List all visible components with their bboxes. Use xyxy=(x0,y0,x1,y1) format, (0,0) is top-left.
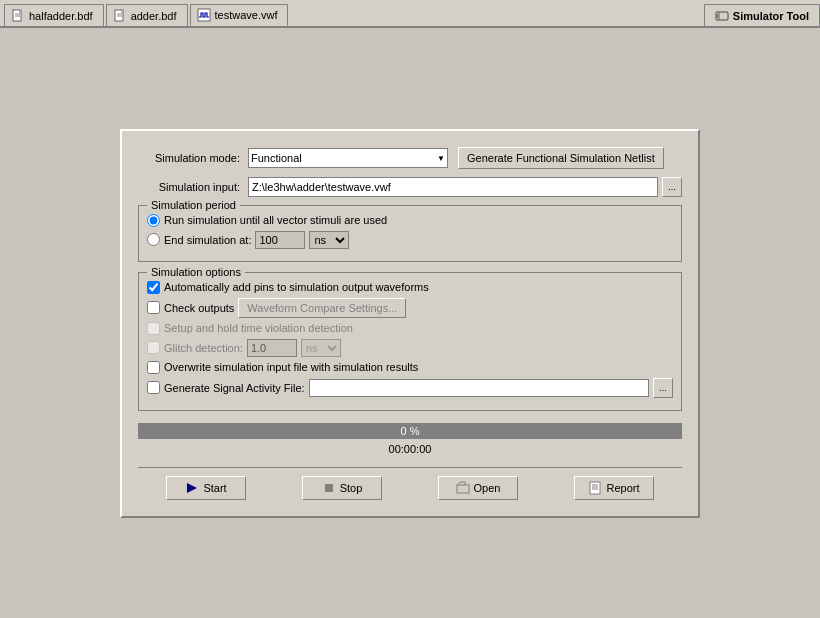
glitch-unit-select[interactable]: ns xyxy=(301,339,341,357)
checkbox-glitch-label: Glitch detection: xyxy=(164,342,243,354)
simulation-input-field[interactable] xyxy=(248,177,658,197)
radio-end-simulation[interactable] xyxy=(147,233,160,246)
tab-simulator-tool-label: Simulator Tool xyxy=(733,10,809,22)
simulation-period-title: Simulation period xyxy=(147,199,240,211)
simulation-input-browse-button[interactable]: ... xyxy=(662,177,682,197)
report-button[interactable]: Report xyxy=(574,476,654,500)
tab-adder[interactable]: adder.bdf xyxy=(106,4,188,26)
stop-label: Stop xyxy=(340,482,363,494)
glitch-value-input[interactable] xyxy=(247,339,297,357)
checkbox-overwrite-label: Overwrite simulation input file with sim… xyxy=(164,361,418,373)
option-signal-activity-row: Generate Signal Activity File: ... xyxy=(147,378,673,398)
main-area: Simulation mode: Functional Timing Timin… xyxy=(0,28,820,618)
end-simulation-unit-select[interactable]: ns us ms s xyxy=(309,231,349,249)
stop-icon xyxy=(322,481,336,495)
bottom-button-bar: Start Stop Open Report xyxy=(138,467,682,500)
start-icon xyxy=(185,481,199,495)
option-overwrite-row: Overwrite simulation input file with sim… xyxy=(147,361,673,374)
radio-end-label: End simulation at: xyxy=(164,234,251,246)
svg-rect-9 xyxy=(716,12,728,20)
signal-activity-file-input[interactable] xyxy=(309,379,649,397)
generate-netlist-button[interactable]: Generate Functional Simulation Netlist xyxy=(458,147,664,169)
radio-end-row: End simulation at: ns us ms s xyxy=(147,231,673,249)
svg-rect-15 xyxy=(457,485,469,493)
tab-testwave-label: testwave.vwf xyxy=(215,9,278,21)
waveform-compare-settings-button[interactable]: Waveform Compare Settings... xyxy=(238,298,406,318)
checkbox-auto-add-label: Automatically add pins to simulation out… xyxy=(164,281,429,293)
stop-button[interactable]: Stop xyxy=(302,476,382,500)
checkbox-auto-add[interactable] xyxy=(147,281,160,294)
tab-testwave[interactable]: testwave.vwf xyxy=(190,4,289,26)
report-icon xyxy=(588,481,602,495)
simulation-mode-select[interactable]: Functional Timing Timing with Fast Timin… xyxy=(248,148,448,168)
time-display: 00:00:00 xyxy=(138,443,682,455)
simulation-options-group: Simulation options Automatically add pin… xyxy=(138,272,682,411)
simulation-mode-controls: Functional Timing Timing with Fast Timin… xyxy=(248,147,682,169)
checkbox-overwrite[interactable] xyxy=(147,361,160,374)
simulation-options-title: Simulation options xyxy=(147,266,245,278)
radio-run-all-row: Run simulation until all vector stimuli … xyxy=(147,214,673,227)
start-button[interactable]: Start xyxy=(166,476,246,500)
svg-rect-14 xyxy=(325,484,333,492)
open-label: Open xyxy=(474,482,501,494)
file-icon2 xyxy=(113,9,127,23)
tab-bar: halfadder.bdf adder.bdf testwave.vwf Sim… xyxy=(0,0,820,28)
radio-run-all[interactable] xyxy=(147,214,160,227)
checkbox-check-outputs-label: Check outputs xyxy=(164,302,234,314)
checkbox-glitch[interactable] xyxy=(147,341,160,354)
start-label: Start xyxy=(203,482,226,494)
simulator-panel: Simulation mode: Functional Timing Timin… xyxy=(120,129,700,518)
tab-halfadder[interactable]: halfadder.bdf xyxy=(4,4,104,26)
checkbox-signal-activity[interactable] xyxy=(147,381,160,394)
simulation-input-controls: ... xyxy=(248,177,682,197)
svg-marker-5 xyxy=(121,10,123,13)
svg-marker-13 xyxy=(187,483,197,493)
checkbox-setup-hold-label: Setup and hold time violation detection xyxy=(164,322,353,334)
progress-bar: 0 % xyxy=(138,423,682,439)
progress-text: 0 % xyxy=(139,424,681,438)
open-button[interactable]: Open xyxy=(438,476,518,500)
svg-marker-1 xyxy=(19,10,21,13)
tab-simulator-tool[interactable]: Simulator Tool xyxy=(704,4,820,26)
simulation-mode-row: Simulation mode: Functional Timing Timin… xyxy=(138,147,682,169)
checkbox-check-outputs[interactable] xyxy=(147,301,160,314)
radio-run-all-label: Run simulation until all vector stimuli … xyxy=(164,214,387,226)
simulation-mode-label: Simulation mode: xyxy=(138,152,248,164)
simulation-mode-dropdown-wrapper: Functional Timing Timing with Fast Timin… xyxy=(248,148,448,168)
svg-rect-8 xyxy=(198,9,210,21)
option-auto-add-row: Automatically add pins to simulation out… xyxy=(147,281,673,294)
svg-rect-16 xyxy=(590,482,600,494)
simulation-period-group: Simulation period Run simulation until a… xyxy=(138,205,682,262)
simulator-icon xyxy=(715,9,729,23)
end-simulation-value-input[interactable] xyxy=(255,231,305,249)
waveform-icon xyxy=(197,8,211,22)
report-label: Report xyxy=(606,482,639,494)
checkbox-signal-activity-label: Generate Signal Activity File: xyxy=(164,382,305,394)
file-icon xyxy=(11,9,25,23)
tab-halfadder-label: halfadder.bdf xyxy=(29,10,93,22)
open-icon xyxy=(456,481,470,495)
option-glitch-row: Glitch detection: ns xyxy=(147,339,673,357)
option-setup-hold-row: Setup and hold time violation detection xyxy=(147,322,673,335)
svg-point-11 xyxy=(717,14,719,16)
simulation-input-label: Simulation input: xyxy=(138,181,248,193)
signal-activity-browse-button[interactable]: ... xyxy=(653,378,673,398)
svg-point-12 xyxy=(717,16,719,18)
checkbox-setup-hold[interactable] xyxy=(147,322,160,335)
progress-container: 0 % 00:00:00 xyxy=(138,423,682,455)
option-check-outputs-row: Check outputs Waveform Compare Settings.… xyxy=(147,298,673,318)
tab-adder-label: adder.bdf xyxy=(131,10,177,22)
simulation-input-row: Simulation input: ... xyxy=(138,177,682,197)
